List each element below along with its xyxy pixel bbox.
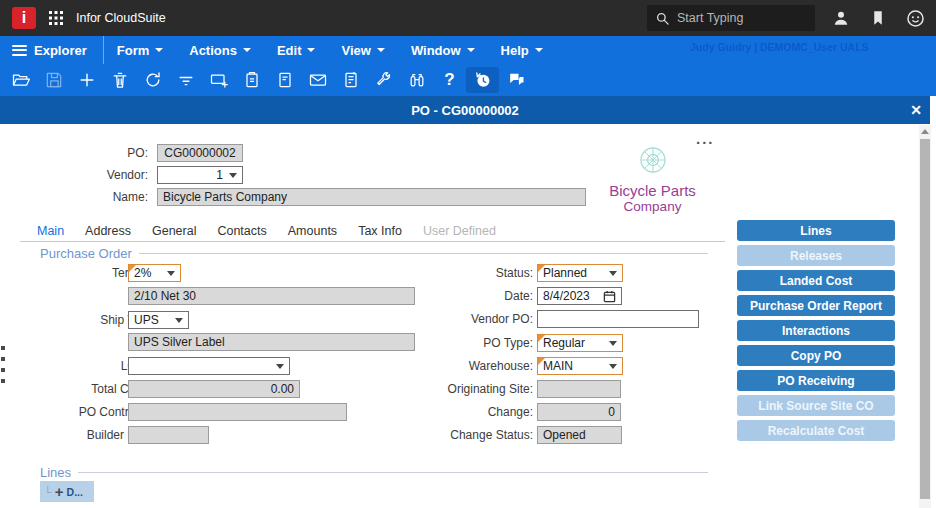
pane-splitter-handle[interactable]: [1, 346, 5, 383]
change-status-field: Opened: [537, 426, 622, 444]
lines-grid-toolbar: └ + D...: [40, 481, 94, 502]
tab-user-defined: User Defined: [423, 224, 496, 238]
assistant-icon[interactable]: [904, 7, 926, 29]
tab-general[interactable]: General: [152, 224, 196, 238]
tab-address[interactable]: Address: [85, 224, 131, 238]
form-toolbar: ?: [0, 64, 936, 96]
lcr-combo[interactable]: [128, 357, 290, 375]
tab-tax-info[interactable]: Tax Info: [358, 224, 402, 238]
chat-icon[interactable]: [499, 67, 532, 93]
terms-combo[interactable]: 2%: [128, 264, 181, 282]
refresh-icon[interactable]: [136, 67, 169, 93]
originating-site-label: Originating Site:: [408, 381, 533, 398]
dropdown-arrow-icon: [175, 318, 183, 323]
calendar-icon[interactable]: [603, 290, 616, 303]
vendor-combo[interactable]: 1: [157, 166, 243, 184]
logo-text-line2: Company: [595, 199, 710, 214]
add-line-icon[interactable]: +: [55, 485, 64, 499]
menu-window[interactable]: Window: [398, 36, 488, 64]
lines-button[interactable]: Lines: [737, 220, 895, 241]
top-bar: i Infor CloudSuite Start Typing: [0, 0, 936, 36]
builder-po-field: [128, 426, 209, 444]
date-label: Date:: [408, 288, 533, 305]
new-window-icon[interactable]: [202, 67, 235, 93]
status-label: Status:: [408, 265, 533, 282]
app-launcher-icon[interactable]: [46, 8, 66, 28]
caret-down-icon: [243, 48, 251, 52]
scrollbar-thumb[interactable]: [920, 139, 930, 499]
search-icon: [655, 11, 670, 26]
caret-down-icon: [535, 48, 543, 52]
po-receiving-button[interactable]: PO Receiving: [737, 370, 895, 391]
po-type-combo[interactable]: Regular: [537, 334, 623, 352]
caret-down-icon: [307, 48, 315, 52]
copy-po-button[interactable]: Copy PO: [737, 345, 895, 366]
caret-down-icon: [155, 48, 163, 52]
dropdown-arrow-icon: [167, 271, 175, 276]
menu-edit[interactable]: Edit: [264, 36, 329, 64]
dropdown-arrow-icon: [609, 271, 617, 276]
infor-logo-icon[interactable]: i: [12, 7, 36, 29]
terms-description-field: 2/10 Net 30: [128, 287, 415, 305]
vendor-logo: Bicycle Parts Company: [595, 144, 710, 214]
interactions-button[interactable]: Interactions: [737, 320, 895, 341]
logo-text-line1: Bicycle Parts: [595, 182, 710, 199]
notes-icon[interactable]: [235, 67, 268, 93]
search-placeholder: Start Typing: [677, 11, 743, 25]
warehouse-combo[interactable]: MAIN: [537, 357, 623, 375]
menu-view[interactable]: View: [328, 36, 397, 64]
hamburger-icon: [12, 45, 27, 56]
landed-cost-button[interactable]: Landed Cost: [737, 270, 895, 291]
tab-contacts[interactable]: Contacts: [217, 224, 266, 238]
bookmark-icon[interactable]: [867, 7, 889, 29]
vertical-scrollbar[interactable]: [919, 125, 931, 508]
po-label: PO:: [20, 145, 148, 162]
warehouse-label: Warehouse:: [408, 358, 533, 375]
window-title-bar: PO - CG00000002 ✕: [0, 96, 930, 124]
menu-actions[interactable]: Actions: [176, 36, 264, 64]
delete-icon[interactable]: [103, 67, 136, 93]
new-icon[interactable]: [70, 67, 103, 93]
name-field: Bicycle Parts Company: [157, 188, 586, 206]
user-icon[interactable]: [830, 7, 852, 29]
releases-button: Releases: [737, 245, 895, 266]
ship-via-combo[interactable]: UPS: [128, 311, 189, 329]
close-icon[interactable]: ✕: [910, 96, 922, 124]
lines-section-header: Lines: [40, 465, 708, 480]
document-icon[interactable]: [268, 67, 301, 93]
infor-cloudsuite-window: i Infor CloudSuite Start Typing: [0, 0, 936, 508]
lines-toolbar-more[interactable]: D...: [67, 486, 83, 498]
vendor-label: Vendor:: [20, 167, 148, 184]
dropdown-arrow-icon: [609, 364, 617, 369]
status-combo[interactable]: Planned: [537, 264, 623, 282]
journal-icon[interactable]: [334, 67, 367, 93]
mail-icon[interactable]: [301, 67, 334, 93]
search-records-icon[interactable]: [400, 67, 433, 93]
tools-icon[interactable]: [367, 67, 400, 93]
ship-via-description-field: UPS Silver Label: [128, 333, 415, 351]
tab-strip: Main Address General Contacts Amounts Ta…: [37, 224, 496, 238]
link-source-site-co-button: Link Source Site CO: [737, 395, 895, 416]
purchase-order-report-button[interactable]: Purchase Order Report: [737, 295, 895, 316]
po-field: CG00000002: [157, 144, 243, 162]
menu-help[interactable]: Help: [488, 36, 556, 64]
date-field[interactable]: 8/4/2023: [537, 287, 622, 305]
po-contract-field: [128, 403, 347, 421]
tab-amounts[interactable]: Amounts: [288, 224, 337, 238]
help-icon[interactable]: ?: [433, 67, 466, 93]
scroll-up-icon[interactable]: [919, 125, 931, 138]
global-search-input[interactable]: Start Typing: [647, 5, 815, 31]
caret-down-icon: [377, 48, 385, 52]
history-icon[interactable]: [466, 67, 499, 93]
dropdown-arrow-icon: [229, 173, 237, 178]
save-icon: [37, 67, 70, 93]
open-icon[interactable]: [4, 67, 37, 93]
caret-down-icon: [467, 48, 475, 52]
indent-icon: └: [44, 486, 52, 498]
menu-form[interactable]: Form: [104, 36, 177, 64]
tab-main[interactable]: Main: [37, 224, 64, 238]
explorer-button[interactable]: Explorer: [0, 36, 104, 64]
filter-icon[interactable]: [169, 67, 202, 93]
change-label: Change:: [408, 404, 533, 421]
vendor-po-input[interactable]: [537, 310, 699, 328]
